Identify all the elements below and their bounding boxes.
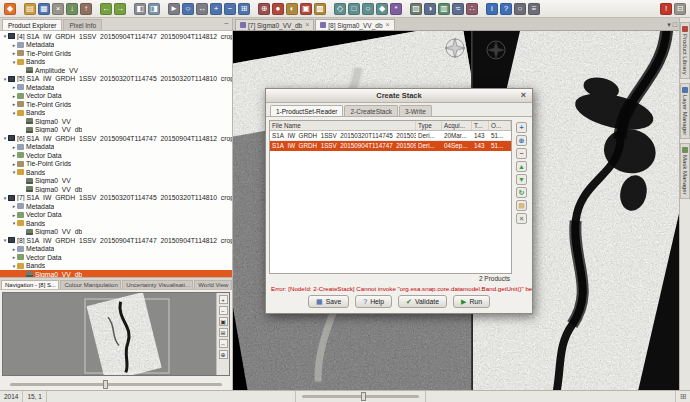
nav-sync-cursor-icon[interactable]: ⊕ bbox=[219, 350, 228, 359]
tree-item[interactable]: Sigma0_VV_db bbox=[0, 270, 232, 277]
tree-item[interactable]: ▸Metadata bbox=[0, 245, 232, 254]
help-button[interactable]: ?Help bbox=[355, 295, 392, 308]
tab-pixel-info[interactable]: Pixel Info bbox=[63, 19, 102, 30]
tab-list-chevron-icon[interactable]: ▾ bbox=[667, 21, 671, 28]
tree-item[interactable]: ▾Bands bbox=[0, 58, 232, 67]
mask-tool-icon[interactable]: ▨ bbox=[410, 3, 422, 15]
nav-sync-views-icon[interactable]: ↔ bbox=[219, 339, 228, 348]
status-zoom-slider[interactable] bbox=[302, 395, 419, 398]
nav-zoom-out-icon[interactable]: − bbox=[219, 306, 228, 315]
zoom-out-icon[interactable]: − bbox=[224, 3, 236, 15]
tab-product-explorer[interactable]: Product Explorer bbox=[2, 19, 62, 30]
rail-tab-layer-manager[interactable]: Layer Manager bbox=[680, 83, 690, 139]
productset-table[interactable]: File NameTypeAcqui...T...O... S1A_IW_GRD… bbox=[269, 120, 512, 274]
geometry-tool-icon[interactable]: ◇ bbox=[334, 3, 346, 15]
tab-3-write[interactable]: 3-Write bbox=[399, 105, 432, 116]
open-product-icon[interactable]: ▤ bbox=[24, 3, 36, 15]
close-icon[interactable]: × bbox=[305, 22, 309, 28]
tree-item[interactable]: Sigma0_VV_db bbox=[0, 228, 232, 237]
navigation-thumbnail-area[interactable]: +−▣⊞↔⊕ bbox=[2, 292, 230, 376]
nav-zoom-all-icon[interactable]: ⊞ bbox=[219, 328, 228, 337]
tree-item[interactable]: Amplitude_VV bbox=[0, 66, 232, 75]
close-product-icon[interactable]: × bbox=[52, 3, 64, 15]
move-down-icon[interactable]: ▼ bbox=[516, 174, 527, 185]
tree-item[interactable]: ▸Vector Data bbox=[0, 211, 232, 220]
tree-item[interactable]: ▸Vector Data bbox=[0, 253, 232, 262]
navigation-zoom-thumb[interactable] bbox=[103, 380, 108, 389]
tree-item[interactable]: ▾[7] S1A_IW_GRDH_1SSV_20150320T114745_20… bbox=[0, 194, 232, 203]
undo-icon[interactable]: ← bbox=[100, 3, 112, 15]
tree-item[interactable]: ▸Vector Data bbox=[0, 92, 232, 101]
ellipse-draw-icon[interactable]: ○ bbox=[362, 3, 374, 15]
tree-item[interactable]: ▸Metadata bbox=[0, 143, 232, 152]
gcp-placing-icon[interactable]: ◐ bbox=[286, 3, 298, 15]
zoom-all-icon[interactable]: ⊞ bbox=[238, 3, 250, 15]
column-header[interactable]: O... bbox=[489, 121, 511, 130]
tree-item[interactable]: ▾[4] S1A_IW_GRDH_1SSV_20150904T114747_20… bbox=[0, 32, 232, 41]
tree-item[interactable]: ▸Tie-Point Grids bbox=[0, 49, 232, 58]
close-icon[interactable]: × bbox=[386, 22, 390, 28]
tree-item[interactable]: ▾Bands bbox=[0, 109, 232, 118]
gcp-manager-icon[interactable]: ▩ bbox=[314, 3, 326, 15]
compass-rose-icon[interactable] bbox=[485, 39, 507, 61]
magic-wand-icon[interactable]: * bbox=[390, 3, 402, 15]
crosshair-icon[interactable]: ⊕ bbox=[258, 3, 270, 15]
maximize-window-icon[interactable]: □ bbox=[673, 21, 677, 28]
information-icon[interactable]: i bbox=[486, 3, 498, 15]
paste-icon[interactable]: ◨ bbox=[148, 3, 160, 15]
column-header[interactable]: Type bbox=[416, 121, 442, 130]
nav-zoom-in-icon[interactable]: + bbox=[219, 295, 228, 304]
validate-button[interactable]: ✔Validate bbox=[398, 295, 447, 308]
snap-logo-icon[interactable]: ◆ bbox=[4, 3, 16, 15]
tab-2-createstack[interactable]: 2-CreateStack bbox=[344, 105, 398, 116]
add-opened-icon[interactable]: ⊕ bbox=[516, 135, 527, 146]
dialog-titlebar[interactable]: Create Stack × bbox=[266, 89, 532, 103]
tree-item[interactable]: ▸Metadata bbox=[0, 83, 232, 92]
tree-item[interactable]: ▸Metadata bbox=[0, 41, 232, 50]
tree-item[interactable]: ▸Vector Data bbox=[0, 151, 232, 160]
tab-7-sigma0-vv-db[interactable]: [7] Sigma0_VV_db× bbox=[235, 19, 314, 30]
tab-colour-manipulation[interactable]: Colour Manipulation bbox=[60, 280, 121, 289]
tree-item[interactable]: Sigma0_VV_db bbox=[0, 126, 232, 135]
redo-icon[interactable]: → bbox=[114, 3, 126, 15]
tree-item[interactable]: Sigma0_VV bbox=[0, 117, 232, 126]
clear-list-icon[interactable]: × bbox=[516, 213, 527, 224]
settings-icon[interactable]: ≡ bbox=[528, 3, 540, 15]
rectangle-draw-icon[interactable]: □ bbox=[348, 3, 360, 15]
open-file-icon[interactable]: ▤ bbox=[516, 200, 527, 211]
tree-item[interactable]: ▾[8] S1A_IW_GRDH_1SSV_20150904T114747_20… bbox=[0, 236, 232, 245]
export-product-icon[interactable]: ↑ bbox=[80, 3, 92, 15]
tree-item[interactable]: ▾Bands bbox=[0, 168, 232, 177]
remove-product-icon[interactable]: − bbox=[516, 148, 527, 159]
zoom-tool-icon[interactable]: ○ bbox=[182, 3, 194, 15]
polygon-draw-icon[interactable]: ◆ bbox=[376, 3, 388, 15]
column-header[interactable]: File Name bbox=[270, 121, 416, 130]
dialog-close-icon[interactable]: × bbox=[518, 90, 529, 101]
compass-rose-icon[interactable] bbox=[444, 37, 466, 59]
tree-item[interactable]: ▸Tie-Point Grids bbox=[0, 160, 232, 169]
move-up-icon[interactable]: ▲ bbox=[516, 161, 527, 172]
tree-item[interactable]: ▾[6] S1A_IW_GRDH_1SSV_20150904T114747_20… bbox=[0, 134, 232, 143]
import-product-icon[interactable]: ↓ bbox=[66, 3, 78, 15]
run-button[interactable]: ▶Run bbox=[453, 295, 490, 308]
tree-item[interactable]: Sigma0_VV_db bbox=[0, 185, 232, 194]
help-icon[interactable]: ? bbox=[500, 3, 512, 15]
tree-item[interactable]: ▸Tie-Point Grids bbox=[0, 100, 232, 109]
add-product-icon[interactable]: + bbox=[516, 122, 527, 133]
tab-8-sigma0-vv-db[interactable]: [8] Sigma0_VV_db× bbox=[315, 19, 394, 30]
tree-item[interactable]: Sigma0_VV bbox=[0, 177, 232, 186]
navigation-zoom-slider[interactable] bbox=[10, 383, 222, 386]
profile-plot-icon[interactable]: ≈ bbox=[452, 3, 464, 15]
tree-item[interactable]: ▸Metadata bbox=[0, 202, 232, 211]
scatter-plot-icon[interactable]: ∴ bbox=[466, 3, 478, 15]
search-icon[interactable]: ○ bbox=[514, 3, 526, 15]
copy-icon[interactable]: ◧ bbox=[134, 3, 146, 15]
pin-manager-icon[interactable]: ▣ bbox=[300, 3, 312, 15]
rail-tab-product-library[interactable]: Product Library bbox=[680, 22, 690, 79]
column-header[interactable]: T... bbox=[472, 121, 489, 130]
rail-tab-mask-manager[interactable]: Mask Manager bbox=[680, 143, 690, 199]
tree-item[interactable]: ▾[5] S1A_IW_GRDH_1SSV_20150320T114745_20… bbox=[0, 75, 232, 84]
notifications-icon[interactable]: ! bbox=[660, 3, 672, 15]
select-tool-icon[interactable]: ► bbox=[168, 3, 180, 15]
contrast-stretch-icon[interactable]: ◑ bbox=[424, 3, 436, 15]
